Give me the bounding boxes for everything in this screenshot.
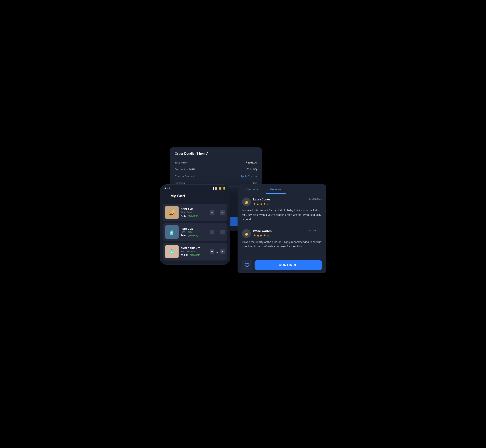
review-text-wade: I loved the quality of the product. High…: [242, 240, 322, 249]
cart-item-bedlamp: 🪔 BEDLAMP Size : Small ₹749 (25% OFF) − …: [163, 204, 227, 221]
reviewer-info-laura: 👩 Laura Jones ★ ★ ★ ★ ★: [242, 198, 270, 206]
perfume-details: PERFUME Size : Large ₹999 (45% OFF): [181, 227, 207, 237]
wifi-icon: 📶: [219, 187, 221, 190]
bedlamp-qty-plus[interactable]: +: [220, 210, 225, 215]
review-item-laura: 👩 Laura Jones ★ ★ ★ ★ ★ 02 J: [242, 198, 322, 222]
order-details-title: Order Details (3 items): [175, 152, 257, 156]
stars-wade: ★ ★ ★ ★ ★: [253, 233, 272, 238]
review-date-wade: 02 Jan 2021: [308, 229, 322, 232]
star-w4: ★: [263, 233, 266, 238]
perfume-qty-control: − 1 +: [210, 230, 225, 234]
star-w1: ★: [253, 233, 256, 238]
reviews-footer: CONTINUE: [238, 257, 326, 273]
skincare-qty-plus[interactable]: +: [220, 249, 225, 254]
bedlamp-size: Size : Small: [181, 211, 207, 214]
mrp-value: ₹3561.00: [246, 161, 257, 164]
continue-button[interactable]: CONTINUE: [255, 260, 322, 270]
bedlamp-qty-value: 1: [216, 211, 219, 214]
tab-description[interactable]: Description: [242, 184, 266, 194]
bedlamp-image: 🪔: [165, 206, 178, 219]
reviewer-info-wade: 👨 Wade Warren ★ ★ ★ ★ ★: [242, 229, 272, 238]
reviews-tabs: Description Reviews: [238, 184, 326, 194]
order-row-coupon: Coupon Discount Apply Coupon: [175, 173, 257, 180]
skincare-qty-minus[interactable]: −: [210, 249, 214, 254]
status-time: 9:41: [164, 187, 170, 190]
bedlamp-qty-control: − 1 +: [210, 210, 225, 215]
skincare-size: Size : Medium: [181, 250, 207, 253]
avatar-laura: 👩: [242, 198, 251, 206]
reviews-card: Description Reviews 👩 Laura Jones ★ ★ ★: [238, 184, 326, 273]
perfume-size: Size : Large: [181, 231, 207, 233]
skincare-discount: (60% OFF): [190, 254, 200, 256]
star-w3: ★: [260, 233, 263, 238]
star-4: ★: [263, 202, 266, 206]
perfume-discount: (45% OFF): [188, 234, 198, 237]
bedlamp-price: ₹749 (25% OFF): [181, 215, 207, 217]
mobile-header: ← My Cart: [160, 191, 230, 201]
order-row-mrp: Total MRP ₹3561.00: [175, 159, 257, 166]
perfume-image: 🧴: [165, 225, 178, 239]
review-date-laura: 02 Jan 2021: [308, 198, 322, 200]
cart-item-skincare: 🧴 SKIN CARE KIT Size : Medium ₹1,899 (60…: [163, 243, 227, 261]
star-2: ★: [256, 202, 259, 206]
cart-title: My Cart: [170, 194, 186, 198]
shipping-value: Free: [251, 182, 257, 184]
avatar-wade: 👨: [242, 229, 251, 238]
bedlamp-name: BEDLAMP: [181, 208, 207, 211]
stars-laura: ★ ★ ★ ★ ★: [253, 202, 270, 206]
cart-items-list: 🪔 BEDLAMP Size : Small ₹749 (25% OFF) − …: [160, 201, 230, 264]
perfume-qty-plus[interactable]: +: [220, 230, 225, 234]
star-w2: ★: [256, 233, 259, 238]
star-5: ★: [266, 202, 269, 206]
review-text-laura: I ordered this product for my 2 M old ba…: [242, 208, 322, 222]
review-header-wade: 👨 Wade Warren ★ ★ ★ ★ ★ 02 J: [242, 229, 322, 238]
apply-coupon-button[interactable]: Apply Coupon: [241, 175, 257, 178]
cart-item-perfume: 🧴 PERFUME Size : Large ₹999 (45% OFF) − …: [163, 223, 227, 241]
wishlist-button[interactable]: [242, 260, 252, 270]
discount-label: Discount on MRP: [175, 168, 195, 171]
tab-reviews[interactable]: Reviews: [266, 184, 286, 194]
status-icons: ▐▐▐ 📶 🔋: [212, 187, 226, 190]
reviews-content: 👩 Laura Jones ★ ★ ★ ★ ★ 02 J: [238, 194, 326, 257]
mobile-cart-screen: 9:41 ▐▐▐ 📶 🔋 ← My Cart 🪔 BEDLAMP Size : …: [160, 184, 230, 265]
status-bar: 9:41 ▐▐▐ 📶 🔋: [160, 184, 230, 191]
perfume-price: ₹999 (45% OFF): [181, 234, 207, 237]
skincare-image: 🧴: [165, 245, 178, 258]
reviewer-name-wade: Wade Warren: [253, 229, 272, 233]
perfume-qty-minus[interactable]: −: [210, 230, 214, 234]
perfume-thumbnail: 🧴: [165, 225, 178, 239]
reviewer-name-laura: Laura Jones: [253, 198, 270, 201]
review-item-wade: 👨 Wade Warren ★ ★ ★ ★ ★ 02 J: [242, 229, 322, 249]
review-divider: [242, 226, 322, 226]
skincare-thumbnail: 🧴: [165, 245, 178, 258]
star-3: ★: [260, 202, 263, 206]
bedlamp-discount: (25% OFF): [188, 215, 198, 217]
perfume-name: PERFUME: [181, 227, 207, 230]
coupon-label: Coupon Discount: [175, 175, 195, 178]
discount-value: (₹214.00): [245, 168, 257, 171]
order-row-discount: Discount on MRP (₹214.00): [175, 166, 257, 173]
reviewer-meta-laura: Laura Jones ★ ★ ★ ★ ★: [253, 198, 270, 206]
mrp-label: Total MRP: [175, 161, 187, 164]
skincare-qty-value: 1: [216, 250, 219, 253]
skincare-price: ₹1,899 (60% OFF): [181, 254, 207, 256]
star-w5: ★: [266, 233, 269, 238]
shipping-label: Shipping: [175, 182, 185, 184]
star-1: ★: [253, 202, 256, 206]
skincare-name: SKIN CARE KIT: [181, 247, 207, 250]
review-header-laura: 👩 Laura Jones ★ ★ ★ ★ ★ 02 J: [242, 198, 322, 206]
battery-icon: 🔋: [223, 187, 226, 190]
back-arrow-icon[interactable]: ←: [164, 194, 168, 198]
bedlamp-details: BEDLAMP Size : Small ₹749 (25% OFF): [181, 208, 207, 217]
bedlamp-thumbnail: 🪔: [165, 206, 178, 219]
bedlamp-qty-minus[interactable]: −: [210, 210, 214, 215]
reviewer-meta-wade: Wade Warren ★ ★ ★ ★ ★: [253, 229, 272, 238]
skincare-details: SKIN CARE KIT Size : Medium ₹1,899 (60% …: [181, 247, 207, 256]
perfume-qty-value: 1: [216, 231, 219, 233]
skincare-qty-control: − 1 +: [210, 249, 225, 254]
signal-icon: ▐▐▐: [212, 187, 217, 190]
